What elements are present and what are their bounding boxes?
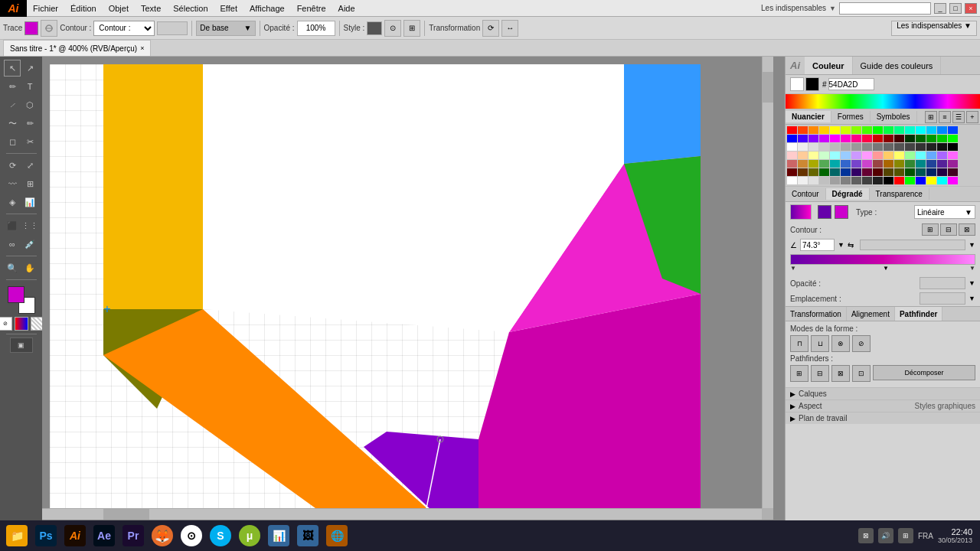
transform-icon2[interactable]: ↔ (501, 20, 518, 37)
swatch-cell[interactable] (948, 160, 958, 168)
taskbar-skype[interactable]: S (207, 522, 234, 549)
swatch-cell[interactable] (787, 177, 797, 184)
taskbar-folder[interactable]: 📁 (3, 522, 31, 549)
swatch-cell[interactable] (862, 143, 872, 151)
taskbar-pr[interactable]: Pr (119, 522, 147, 549)
nuancier-btn2[interactable]: ≡ (939, 111, 951, 123)
swatch-cell[interactable] (926, 143, 936, 151)
zoom-tool[interactable]: 🔍 (4, 259, 21, 276)
doc-tab-item[interactable]: Sans titre - 1* @ 400% (RVB/Aperçu) × (3, 40, 151, 56)
scale-tool[interactable]: ⤢ (21, 157, 38, 174)
swatch-cell[interactable] (841, 160, 851, 168)
taskbar-ps[interactable]: Ps (32, 522, 60, 549)
stroke-weight[interactable] (157, 21, 188, 35)
pf-intersect[interactable]: ⊗ (831, 335, 850, 352)
swatch-cell[interactable] (830, 177, 840, 184)
contour-btn3[interactable]: ⊠ (959, 223, 975, 236)
workspace-selector[interactable]: Les indispensables ▼ (891, 21, 977, 36)
contour-tab[interactable]: Contour (786, 188, 826, 200)
swatch-cell[interactable] (819, 152, 829, 159)
pen-tool[interactable]: ✏ (4, 78, 21, 95)
swatch-cell[interactable] (948, 126, 958, 134)
swatch-cell[interactable] (937, 160, 947, 168)
taskbar-firefox[interactable]: 🦊 (149, 522, 176, 549)
opacity-value[interactable]: 100% (297, 21, 335, 36)
emplacement-dropdown[interactable]: ▼ (969, 295, 975, 302)
warp-tool[interactable]: 〰 (4, 175, 21, 192)
swatch-cell[interactable] (830, 168, 840, 176)
swatch-cell[interactable] (937, 135, 947, 142)
swatch-cell[interactable] (926, 135, 936, 142)
contour-dropdown[interactable]: Contour : (93, 21, 155, 36)
nuancier-btn1[interactable]: ⊞ (925, 111, 937, 123)
swatch-cell[interactable] (808, 143, 818, 151)
swatch-cell[interactable] (926, 126, 936, 134)
swatch-cell[interactable] (948, 168, 958, 176)
gradient-color[interactable] (15, 317, 28, 331)
swatch-cell[interactable] (819, 168, 829, 176)
transparence-tab[interactable]: Transparence (870, 188, 929, 200)
swatch-cell[interactable] (873, 135, 883, 142)
black-swatch[interactable] (805, 77, 819, 91)
de-base-selector[interactable]: De base ▼ (196, 21, 255, 36)
swatch-cell[interactable] (894, 143, 904, 151)
swatch-cell[interactable] (905, 177, 915, 184)
grad-stop-mid[interactable]: ▼ (883, 265, 889, 272)
artboard-tool[interactable]: ▣ (10, 337, 33, 353)
swatch-cell[interactable] (905, 126, 915, 134)
swatch-cell[interactable] (873, 160, 883, 168)
taskbar-utorrent[interactable]: μ (236, 522, 263, 549)
swatch-cell[interactable] (948, 152, 958, 159)
swatch-cell[interactable] (830, 126, 840, 134)
tab-couleur[interactable]: Couleur (805, 57, 853, 74)
swatch-cell[interactable] (851, 168, 861, 176)
swatch-cell[interactable] (830, 160, 840, 168)
menu-selection[interactable]: Sélection (167, 0, 214, 16)
swatch-cell[interactable] (808, 177, 818, 184)
swatch-cell[interactable] (948, 177, 958, 184)
swatch-cell[interactable] (851, 160, 861, 168)
swatch-cell[interactable] (884, 168, 893, 176)
swatch-cell[interactable] (798, 168, 808, 176)
swatch-cell[interactable] (862, 126, 872, 134)
taskbar-ae[interactable]: Ae (90, 522, 118, 549)
swatch-cell[interactable] (819, 177, 829, 184)
taskbar-misc1[interactable]: 📊 (265, 522, 292, 549)
scrollbar-vertical[interactable] (762, 57, 773, 508)
swatch-cell[interactable] (787, 168, 797, 176)
swatch-cell[interactable] (926, 152, 936, 159)
mesh-tool[interactable]: ⋮⋮ (21, 217, 38, 234)
symboles-tab[interactable]: Symboles (871, 111, 917, 122)
swatch-cell[interactable] (808, 135, 818, 142)
pf-minus-front[interactable]: ⊔ (811, 335, 829, 352)
menu-affichage[interactable]: Affichage (243, 0, 291, 16)
swatch-cell[interactable] (937, 143, 947, 151)
swatch-cell[interactable] (894, 160, 904, 168)
swatch-cell[interactable] (851, 143, 861, 151)
brush-tool[interactable]: 〜 (4, 115, 21, 132)
swatch-cell[interactable] (841, 126, 851, 134)
swatch-cell[interactable] (830, 143, 840, 151)
transform-icon1[interactable]: ⟳ (482, 20, 499, 37)
calques-header[interactable]: ▶ Calques (786, 387, 980, 400)
swatch-cell[interactable] (916, 160, 926, 168)
angle-dropdown[interactable]: ▼ (838, 241, 844, 249)
swatch-cell[interactable] (894, 168, 904, 176)
pf-btn1[interactable]: ⊞ (790, 365, 808, 382)
minimize-button[interactable]: _ (934, 3, 946, 14)
stroke-icon[interactable] (41, 20, 57, 37)
swatch-cell[interactable] (819, 126, 829, 134)
opacity-dropdown[interactable]: ▼ (969, 279, 975, 287)
eraser-tool[interactable]: ◻ (4, 133, 21, 150)
nuancier-btn3[interactable]: ☰ (952, 111, 965, 123)
scrollbar-horizontal[interactable] (42, 508, 762, 520)
contour-btn2[interactable]: ⊟ (940, 223, 957, 236)
grad-stop-right[interactable]: ▼ (969, 265, 975, 272)
swatch-cell[interactable] (905, 152, 915, 159)
swatch-cell[interactable] (894, 152, 904, 159)
white-swatch[interactable] (790, 77, 804, 91)
swatch-cell[interactable] (787, 152, 797, 159)
swatch-cell[interactable] (916, 135, 926, 142)
hex-input[interactable] (828, 78, 874, 90)
unused-btn[interactable]: ▼ (969, 241, 975, 249)
